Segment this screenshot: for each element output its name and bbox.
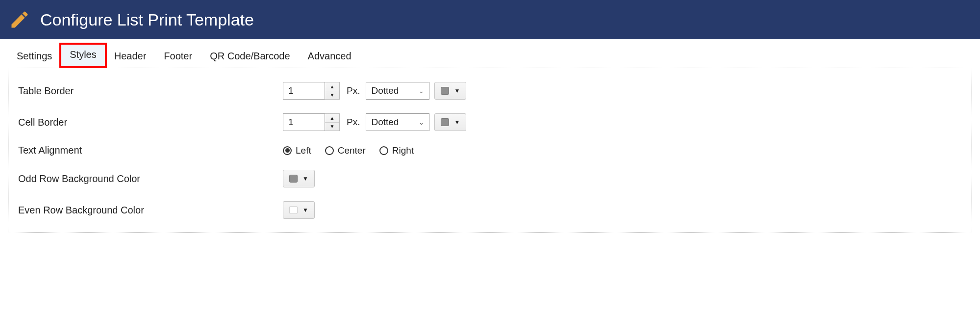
tab-label: QR Code/Barcode: [210, 51, 290, 61]
tab-label: Settings: [17, 51, 52, 61]
styles-panel: Table Border ▲ ▼ Px. Dotted ⌄: [8, 68, 972, 233]
tab-label: Styles: [70, 49, 96, 60]
select-value: Dotted: [371, 117, 399, 128]
tab-header[interactable]: Header: [105, 46, 155, 68]
radio-label: Right: [392, 145, 414, 156]
tab-advanced[interactable]: Advanced: [299, 46, 360, 68]
controls-cell-border: ▲ ▼ Px. Dotted ⌄ ▼: [283, 113, 466, 131]
triangle-up-icon: ▲: [330, 84, 335, 89]
color-swatch-icon: [441, 87, 449, 95]
row-cell-border: Cell Border ▲ ▼ Px. Dotted ⌄: [18, 113, 962, 131]
triangle-up-icon: ▲: [330, 115, 335, 121]
edit-pencil-icon: [9, 9, 30, 30]
label-cell-border: Cell Border: [18, 117, 283, 128]
color-swatch-icon: [289, 206, 298, 214]
tab-label: Header: [114, 51, 147, 61]
controls-table-border: ▲ ▼ Px. Dotted ⌄ ▼: [283, 82, 466, 100]
radio-label: Center: [338, 145, 366, 156]
radio-align-right[interactable]: Right: [379, 145, 414, 156]
odd-row-bg-color-picker[interactable]: ▼: [283, 170, 315, 187]
color-swatch-icon: [441, 118, 449, 126]
label-text-alignment: Text Alignment: [18, 145, 283, 156]
triangle-down-icon: ▼: [302, 207, 308, 213]
radio-icon: [283, 146, 292, 155]
label-even-row-bg: Even Row Background Color: [18, 205, 283, 216]
row-odd-row-bg: Odd Row Background Color ▼: [18, 170, 962, 187]
row-text-alignment: Text Alignment Left Center Right: [18, 145, 962, 156]
radio-align-left[interactable]: Left: [283, 145, 311, 156]
alignment-radio-group: Left Center Right: [283, 145, 414, 156]
tab-label: Footer: [164, 51, 192, 61]
tab-qr-code-barcode[interactable]: QR Code/Barcode: [201, 46, 299, 68]
triangle-down-icon: ▼: [330, 124, 335, 129]
tab-settings[interactable]: Settings: [8, 46, 61, 68]
cell-border-color-picker[interactable]: ▼: [434, 113, 466, 131]
tab-label: Advanced: [308, 51, 352, 61]
table-border-style-select[interactable]: Dotted ⌄: [366, 82, 429, 100]
table-border-width-stepper: ▲ ▼: [283, 82, 340, 100]
spinner-buttons: ▲ ▼: [325, 82, 340, 100]
px-unit-label: Px.: [347, 117, 360, 128]
tabs-bar: Settings Styles Header Footer QR Code/Ba…: [0, 44, 980, 68]
cell-border-width-input[interactable]: [283, 113, 325, 131]
px-unit-label: Px.: [347, 85, 360, 96]
spinner-down-button[interactable]: ▼: [325, 123, 339, 131]
color-swatch-icon: [289, 175, 298, 183]
chevron-down-icon: ⌄: [419, 87, 424, 95]
page-title: Configure List Print Template: [40, 10, 254, 29]
select-value: Dotted: [371, 85, 399, 96]
label-table-border: Table Border: [18, 85, 283, 97]
radio-label: Left: [296, 145, 311, 156]
controls-even-row-bg: ▼: [283, 201, 315, 219]
spinner-up-button[interactable]: ▲: [325, 82, 339, 91]
triangle-down-icon: ▼: [454, 87, 460, 94]
tab-footer[interactable]: Footer: [155, 46, 201, 68]
chevron-down-icon: ⌄: [419, 119, 424, 126]
table-border-width-input[interactable]: [283, 82, 325, 100]
radio-icon: [325, 146, 334, 155]
radio-align-center[interactable]: Center: [325, 145, 366, 156]
spinner-down-button[interactable]: ▼: [325, 91, 339, 100]
row-even-row-bg: Even Row Background Color ▼: [18, 201, 962, 219]
spinner-up-button[interactable]: ▲: [325, 114, 339, 123]
tab-styles[interactable]: Styles: [61, 44, 105, 68]
label-odd-row-bg: Odd Row Background Color: [18, 173, 283, 185]
spinner-buttons: ▲ ▼: [325, 113, 340, 131]
radio-icon: [379, 146, 388, 155]
page-header: Configure List Print Template: [0, 0, 980, 39]
triangle-down-icon: ▼: [302, 175, 308, 182]
triangle-down-icon: ▼: [330, 92, 335, 98]
row-table-border: Table Border ▲ ▼ Px. Dotted ⌄: [18, 82, 962, 100]
triangle-down-icon: ▼: [454, 119, 460, 126]
cell-border-style-select[interactable]: Dotted ⌄: [366, 113, 429, 131]
cell-border-width-stepper: ▲ ▼: [283, 113, 340, 131]
controls-odd-row-bg: ▼: [283, 170, 315, 187]
even-row-bg-color-picker[interactable]: ▼: [283, 201, 315, 219]
table-border-color-picker[interactable]: ▼: [434, 82, 466, 100]
